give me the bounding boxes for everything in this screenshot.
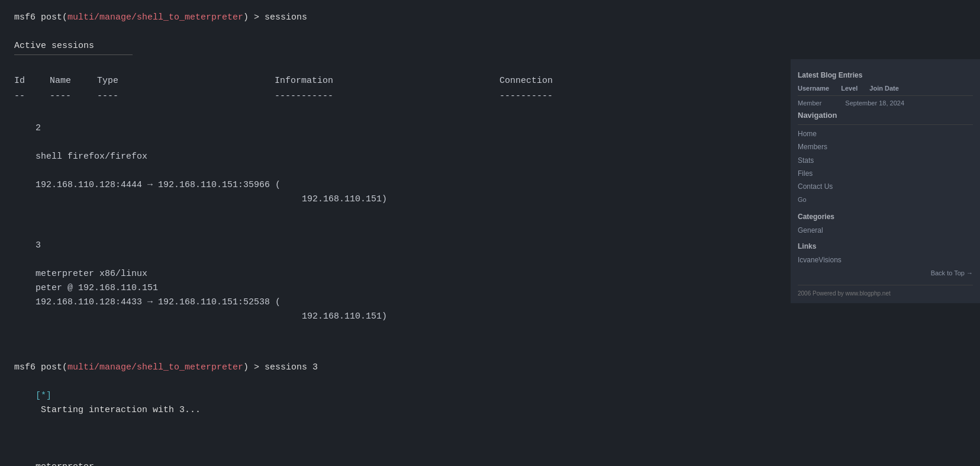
row3-conn: 192.168.110.128:4433 → 192.168.110.151:5… bbox=[36, 295, 391, 324]
div-name: ---- bbox=[50, 89, 97, 104]
starting-interaction-line: [*] Starting interaction with 3... bbox=[14, 375, 966, 432]
div-conn: ---------- bbox=[499, 89, 855, 104]
active-sessions-label: Active sessions bbox=[14, 39, 966, 55]
prompt-prefix: msf6 post( bbox=[14, 12, 67, 23]
row3-type: meterpreter x86/linux bbox=[36, 267, 213, 281]
row2-conn: 192.168.110.128:4444 → 192.168.110.151:3… bbox=[36, 178, 391, 207]
sessions-separator bbox=[14, 54, 133, 55]
module-name-2: multi/manage/shell_to_meterpreter bbox=[67, 362, 243, 372]
meterpreter-label-1: meterpreter bbox=[36, 462, 94, 466]
prompt2-prefix: msf6 post( bbox=[14, 362, 67, 372]
prompt-line-2: msf6 post(multi/manage/shell_to_meterpre… bbox=[14, 361, 966, 375]
terminal: msf6 post(multi/manage/shell_to_meterpre… bbox=[14, 11, 966, 466]
div-id: -- bbox=[14, 89, 50, 104]
col-header-name: Name bbox=[50, 74, 97, 88]
bracket-star: [*] bbox=[36, 391, 51, 401]
row2-id: 2 bbox=[36, 121, 71, 136]
table-row: 2 shell firefox/firefox 192.168.110.128:… bbox=[14, 107, 966, 221]
div-type: ---- bbox=[97, 89, 275, 104]
col-header-id: Id bbox=[14, 74, 50, 88]
table-dividers: -- ---- ---- ----------- ---------- bbox=[14, 89, 966, 104]
prompt-line-1: msf6 post(multi/manage/shell_to_meterpre… bbox=[14, 11, 966, 25]
module-name: multi/manage/shell_to_meterpreter bbox=[67, 12, 243, 23]
meterpreter-cmd1-line: meterpreter > whoami bbox=[14, 446, 966, 466]
prompt-suffix-1: ) > sessions bbox=[243, 12, 307, 23]
table-header: Id Name Type Information Connection bbox=[14, 74, 966, 88]
row3-info: peter @ 192.168.110.151 bbox=[36, 281, 260, 295]
div-info: ----------- bbox=[275, 89, 499, 104]
starting-text: Starting interaction with 3... bbox=[36, 405, 201, 415]
row3-id: 3 bbox=[36, 239, 71, 253]
col-header-type: Type bbox=[97, 74, 275, 88]
row2-type: shell firefox/firefox bbox=[36, 150, 213, 164]
table-row: 3 meterpreter x86/linux peter @ 192.168.… bbox=[14, 224, 966, 338]
prompt2-suffix: ) > sessions 3 bbox=[243, 362, 318, 372]
col-header-info: Information bbox=[275, 74, 499, 88]
col-header-conn: Connection bbox=[499, 74, 855, 88]
